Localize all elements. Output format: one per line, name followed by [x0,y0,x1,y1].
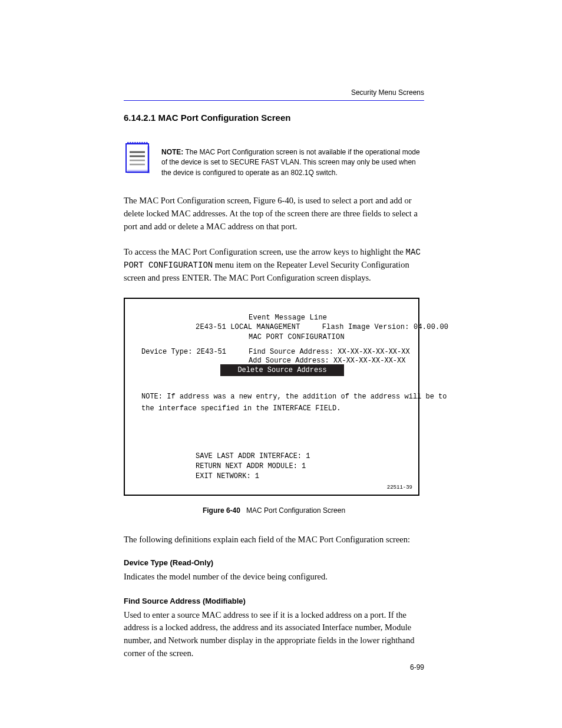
svg-rect-2 [147,146,150,173]
note-label: NOTE: [161,148,183,156]
svg-rect-0 [126,144,148,172]
field-heading-find: Find Source Address (Modifiable) [124,597,424,605]
page-content: Security Menu Screens 6.14.2.1 MAC Port … [124,88,424,673]
note-icon [124,139,151,177]
following-paragraph: The following definitions explain each f… [124,533,424,546]
page-number: 6-99 [410,663,424,671]
screen-cmd-return: RETURN NEXT ADDR MODULE: 1 [196,462,306,471]
note-block: NOTE: The MAC Port Configuration screen … [124,139,424,178]
note-text: NOTE: The MAC Port Configuration screen … [161,147,424,178]
screen-subtitle: MAC PORT CONFIGURATION [249,332,448,342]
svg-rect-1 [127,170,150,173]
field-body-find: Used to enter a source MAC address to se… [124,609,424,660]
section-heading: 6.14.2.1 MAC Port Configuration Screen [124,113,424,123]
screen-highlight: Delete Source Address [220,364,344,376]
screen-find: Find Source Address: XX-XX-XX-XX-XX-XX [249,347,410,357]
text-fragment: To access the MAC Port Configuration scr… [124,247,406,256]
screen-cmd-save: SAVE LAST ADDR INTERFACE: 1 [196,452,310,461]
screen-device-type: Device Type: 2E43-51 [141,347,226,357]
screen-event-line: Event Message Line [249,313,448,322]
figure-caption: Figure 6-40 MAC Port Configuration Scree… [124,506,424,515]
screen-note-line-2: the interface specified in the INTERFACE… [141,404,340,413]
intro-paragraph-2: To access the MAC Port Configuration scr… [124,246,424,285]
screen-title: Event Message Line 2E43-51 LOCAL MANAGEM… [196,313,448,342]
screen-cmd-exit: EXIT NETWORK: 1 [196,472,259,481]
field-body-device-type: Indicates the model number of the device… [124,571,424,584]
header-rule [124,100,424,101]
field-heading-device-type: Device Type (Read-Only) [124,558,424,567]
screen-highlight-text: Delete Source Address [237,365,326,375]
note-body: The MAC Port Configuration screen is not… [161,148,420,177]
running-header: Security Menu Screens [124,88,424,97]
figure-code: 22511-39 [387,484,412,491]
screen-header-line: 2E43-51 LOCAL MANAGEMENT Flash Image Ver… [196,322,448,332]
intro-paragraph-1: The MAC Port Configuration screen, Figur… [124,195,424,233]
screen-note-line-1: NOTE: If address was a new entry, the ad… [141,392,447,401]
terminal-figure: Event Message Line 2E43-51 LOCAL MANAGEM… [124,298,419,496]
figure-caption-text: MAC Port Configuration Screen [246,506,345,515]
figure-label: Figure 6-40 [203,506,240,515]
